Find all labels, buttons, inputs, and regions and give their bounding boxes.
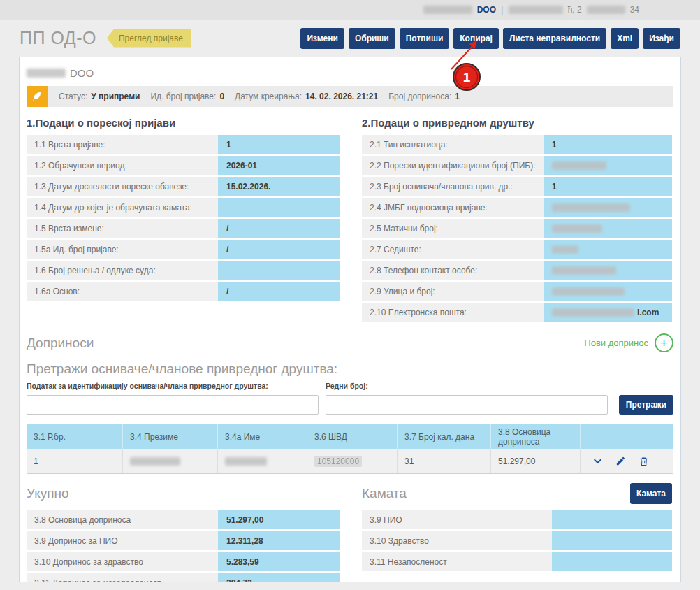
field-label: 2.8 Телефон контакт особе: — [362, 261, 544, 280]
form-row: 2.9 Улица и број: — [362, 282, 672, 301]
field-label: 1.2 Обрачунски период: — [27, 156, 218, 175]
field-value: 1 — [544, 177, 672, 196]
form-row: 1.6а Основ:/ — [27, 282, 340, 301]
section1-title: 1.Подаци о пореској пријави — [27, 117, 340, 129]
plus-icon[interactable]: + — [655, 333, 673, 352]
form-row: 1.6 Број решења / одлуке суда: — [27, 261, 340, 280]
value-text: / — [226, 224, 228, 233]
new-contribution-link[interactable]: Нови допринос + — [584, 333, 673, 352]
redacted-value — [552, 287, 625, 296]
status-item-label: Статус: — [59, 92, 87, 101]
field-label: 1.4 Датум до којег је обрачуната камата: — [27, 198, 218, 217]
form-row: 2.2 Порески идентификациони број (ПИБ): — [362, 156, 672, 175]
field-label: 1.5 Врста измене: — [27, 219, 218, 238]
form-sections: 1.Подаци о пореској пријави 1.1 Врста пр… — [27, 117, 673, 324]
field-value: 12.311,28 — [218, 531, 340, 550]
edit-pencil-icon[interactable] — [615, 456, 626, 466]
totals-title: Укупно — [27, 484, 340, 503]
field-value: 1 — [544, 135, 672, 154]
edit-button[interactable]: Измени — [300, 28, 344, 49]
field-label: 2.5 Матични број: — [362, 219, 544, 238]
section-tax-return: 1.Подаци о пореској пријави 1.1 Врста пр… — [27, 117, 340, 324]
table-header-cell — [581, 424, 673, 449]
redacted-name — [225, 457, 267, 466]
field-label: 2.4 ЈМБГ подносиоца пријаве: — [362, 198, 544, 217]
page-title: ПП ОД-О — [20, 28, 96, 48]
totals-rows: 3.8 Основица доприноса51.297,003.9 Допри… — [27, 510, 340, 582]
search-button[interactable]: Претражи — [619, 395, 673, 415]
field-label: 2.7 Седиште: — [362, 240, 544, 259]
serial-number-input[interactable] — [326, 395, 608, 415]
redacted-value — [552, 266, 616, 275]
redacted-value — [552, 245, 578, 254]
field-label: 3.8 Основица доприноса — [27, 510, 218, 529]
form-row: 1.5 Врста измене:/ — [27, 219, 340, 238]
identification-search-input[interactable] — [27, 395, 319, 415]
value-text: 5.283,59 — [226, 557, 259, 567]
redacted-company-name — [423, 6, 472, 14]
new-contribution-label: Нови допринос — [584, 338, 648, 348]
value-text: / — [226, 287, 228, 296]
redacted-value — [552, 161, 606, 170]
field-value — [544, 198, 672, 217]
redacted-user-name — [509, 6, 563, 14]
status-item-value: 0 — [219, 92, 224, 101]
form-row: 2.10 Електронска пошта:l.com — [362, 303, 672, 322]
view-mode-badge: Преглед пријаве — [107, 29, 191, 48]
value-suffix: l.com — [637, 308, 659, 317]
sign-button[interactable]: Потпиши — [400, 28, 450, 49]
exit-button[interactable]: Изађи — [643, 28, 680, 49]
redacted-user-id — [587, 6, 625, 14]
field-label: 1.6а Основ: — [27, 282, 218, 301]
value-text: 15.02.2026. — [226, 182, 270, 192]
field-label: 3.10 Допринос за здравство — [27, 552, 218, 571]
field-label: 3.11 Допринос за незапосленост — [27, 573, 218, 582]
xml-button[interactable]: Xml — [611, 28, 639, 49]
form-row: 3.10 Допринос за здравство5.283,59 — [27, 552, 340, 571]
form-row: 3.11 Незапосленост — [362, 552, 672, 571]
cell-rbr: 1 — [27, 449, 123, 473]
company-title-suffix: DOO — [70, 67, 94, 79]
cell-surname — [123, 449, 218, 473]
form-row: 1.1 Врста пријаве:1 — [27, 135, 340, 154]
table-header-cell: 3.4а Име — [218, 424, 307, 449]
field-label: 2.9 Улица и број: — [362, 282, 544, 301]
form-row: 3.9 ПИО — [362, 510, 672, 529]
field-value: / — [218, 240, 340, 259]
status-item-label: Ид. број пријаве: — [150, 92, 216, 101]
status-item-label: Број доприноса: — [388, 92, 451, 101]
section-company: 2.Подаци о привредном друштву 2.1 Тип ис… — [362, 117, 672, 324]
field-value: 2026-01 — [218, 156, 340, 175]
section1-rows: 1.1 Врста пријаве:11.2 Обрачунски период… — [27, 135, 340, 301]
interest-title: Камата — [362, 486, 407, 501]
field-value: 51.297,00 — [218, 510, 340, 529]
value-text: 12.311,28 — [226, 536, 263, 546]
form-row: 1.2 Обрачунски период:2026-01 — [27, 156, 340, 175]
table-header-cell: 3.7 Број кал. дана — [398, 424, 491, 449]
value-text: 1 — [552, 140, 557, 150]
field-label: 3.10 Здравство — [362, 531, 552, 550]
irregularities-list-button[interactable]: Листа неправилности — [503, 28, 606, 49]
redacted-value — [552, 308, 634, 317]
company-title: DOO — [27, 67, 673, 79]
field-value — [552, 531, 672, 550]
chevron-down-icon[interactable] — [592, 456, 603, 466]
value-text: 1 — [552, 182, 557, 192]
field-label: 2.1 Тип исплатиоца: — [362, 135, 544, 154]
status-items: Статус:У припремиИд. број пријаве:0Датум… — [59, 92, 470, 101]
redacted-company-title — [27, 69, 66, 78]
page-header: ПП ОД-О Преглед пријаве ИзмениОбришиПотп… — [0, 20, 700, 57]
contributions-table: 3.1 Р.бр.3.4 Презиме3.4а Име3.6 ШВД3.7 Б… — [27, 424, 673, 474]
field-value: 1 — [218, 135, 340, 154]
status-item-label: Датум креирања: — [235, 92, 302, 101]
interest-section: Камата Камата 3.9 ПИО3.10 Здравство3.11 … — [362, 484, 672, 582]
table-header-cell: 3.1 Р.бр. — [27, 424, 123, 449]
trash-icon[interactable] — [639, 456, 649, 467]
copy-button[interactable]: Копирај — [453, 28, 499, 49]
interest-button[interactable]: Камата — [630, 483, 672, 504]
delete-button[interactable]: Обриши — [349, 28, 395, 49]
field-value — [544, 282, 672, 301]
quill-icon — [27, 86, 48, 107]
status-bar: Статус:У припремиИд. број пријаве:0Датум… — [27, 86, 673, 107]
form-row: 1.3 Датум доспелости пореске обавезе:15.… — [27, 177, 340, 196]
